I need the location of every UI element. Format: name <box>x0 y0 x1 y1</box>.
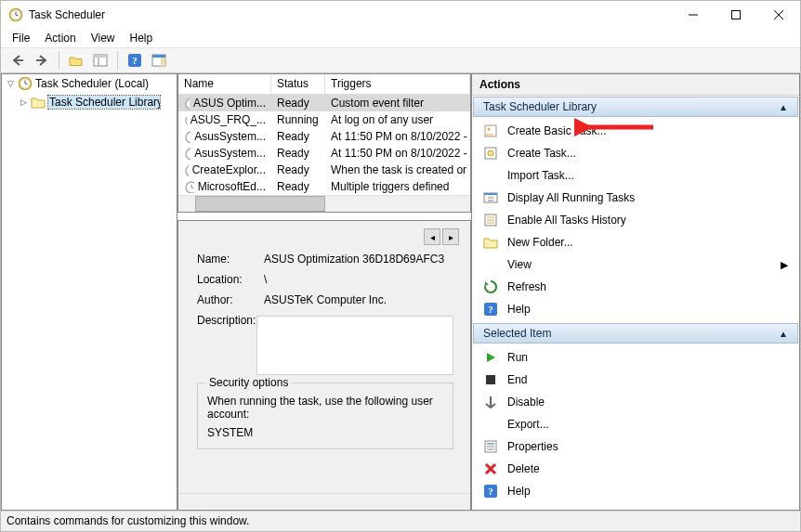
action-label: End <box>507 373 527 386</box>
tree-library[interactable]: ▷ Task Scheduler Library <box>2 93 177 111</box>
close-button[interactable] <box>757 1 800 29</box>
column-name[interactable]: Name <box>178 74 271 95</box>
svg-rect-32 <box>732 11 741 19</box>
minimize-button[interactable] <box>672 1 715 29</box>
tree-root[interactable]: ▽ Task Scheduler (Local) <box>2 74 177 93</box>
table-row[interactable]: AsusSystem...ReadyAt 11:50 PM on 8/10/20… <box>178 145 470 162</box>
delete-icon <box>483 461 498 476</box>
name-value: ASUS Optimization 36D18D69AFC3 <box>264 253 453 266</box>
action-label: Delete <box>507 462 540 475</box>
action-label: Enable All Tasks History <box>507 214 626 227</box>
location-value: \ <box>264 273 453 286</box>
expander-icon[interactable]: ▽ <box>6 79 16 88</box>
actions-section-selected[interactable]: Selected Item ▲ <box>473 323 798 344</box>
action-refresh[interactable]: Refresh <box>472 276 799 298</box>
action-item-run[interactable]: Run <box>472 346 799 369</box>
action-label: New Folder... <box>507 236 573 249</box>
column-triggers[interactable]: Triggers <box>325 74 470 95</box>
tree-library-label: Task Scheduler Library <box>48 96 160 109</box>
folder-up-button[interactable] <box>65 50 87 71</box>
action-item-end[interactable]: End <box>472 369 799 391</box>
author-label: Author: <box>197 293 264 306</box>
chevron-right-icon: ▶ <box>781 259 788 271</box>
action-label: Display All Running Tasks <box>507 191 635 204</box>
action-label: Properties <box>507 440 558 453</box>
collapse-icon: ▲ <box>779 329 788 339</box>
menu-help[interactable]: Help <box>123 30 161 46</box>
wizard-icon <box>483 123 498 138</box>
action-label: Create Basic Task... <box>507 124 607 137</box>
action-create-basic-task[interactable]: Create Basic Task... <box>472 120 799 142</box>
forward-button[interactable] <box>31 50 53 71</box>
action-item-export[interactable]: Export... <box>472 413 799 435</box>
actions-section-library[interactable]: Task Scheduler Library ▲ <box>473 97 798 117</box>
action-create-task[interactable]: Create Task... <box>472 142 799 164</box>
tab-prev-button[interactable]: ◂ <box>424 228 440 245</box>
collapse-icon: ▲ <box>779 102 788 112</box>
history-icon <box>483 213 498 227</box>
menu-bar: File Action View Help <box>1 29 800 47</box>
run-icon <box>483 350 498 365</box>
action-enable-all-tasks-history[interactable]: Enable All Tasks History <box>472 209 799 231</box>
action-label: Help <box>507 303 531 316</box>
action-view[interactable]: View▶ <box>472 253 799 276</box>
location-label: Location: <box>197 273 264 286</box>
help-toolbar-button[interactable] <box>124 50 146 71</box>
action-display-all-running-tasks[interactable]: Display All Running Tasks <box>472 187 799 209</box>
action-item-disable[interactable]: Disable <box>472 391 799 413</box>
security-legend: Security options <box>205 376 292 389</box>
security-text: When running the task, use the following… <box>207 395 443 421</box>
menu-file[interactable]: File <box>5 30 37 46</box>
task-list[interactable]: Name Status Triggers ASUS Optim...ReadyC… <box>177 73 471 213</box>
end-icon <box>483 372 498 387</box>
actions-header: Actions <box>472 74 799 96</box>
action-item-delete[interactable]: Delete <box>472 458 799 480</box>
title-bar: Task Scheduler <box>1 1 800 29</box>
pane-layout-button[interactable] <box>89 50 112 71</box>
actions-panel: Actions Task Scheduler Library ▲ Create … <box>471 73 800 511</box>
table-row[interactable]: ASUS Optim...ReadyCustom event filter <box>178 95 470 111</box>
action-help[interactable]: Help <box>472 298 799 320</box>
expander-icon[interactable]: ▷ <box>19 97 29 107</box>
clock-icon <box>18 76 33 91</box>
window-title: Task Scheduler <box>29 8 105 21</box>
table-row[interactable]: AsusSystem...ReadyAt 11:50 PM on 8/10/20… <box>178 128 470 145</box>
table-row[interactable]: ASUS_FRQ_...RunningAt log on of any user <box>178 111 470 128</box>
name-label: Name: <box>197 253 264 266</box>
task-list-scrollbar[interactable] <box>178 195 470 212</box>
description-box[interactable] <box>256 316 453 375</box>
detail-scrollbar[interactable] <box>178 493 470 510</box>
actions-section-library-label: Task Scheduler Library <box>483 100 597 113</box>
action-label: Disable <box>507 396 545 409</box>
back-button[interactable] <box>7 50 29 71</box>
column-status[interactable]: Status <box>271 74 325 95</box>
disable-icon <box>483 395 498 409</box>
action-item-properties[interactable]: Properties <box>472 435 799 458</box>
folder-icon <box>31 95 46 110</box>
action-label: Refresh <box>507 280 546 293</box>
action-item-help[interactable]: Help <box>472 480 799 502</box>
table-row[interactable]: MicrosoftEd...ReadyMultiple triggers def… <box>178 178 470 195</box>
author-value: ASUSTeK Computer Inc. <box>264 293 453 306</box>
help-icon <box>483 302 498 317</box>
action-label: Help <box>507 485 531 498</box>
action-label: View <box>507 258 532 271</box>
description-label: Description: <box>197 314 256 327</box>
action-new-folder[interactable]: New Folder... <box>472 231 799 253</box>
running-icon <box>483 190 498 205</box>
action-import-task[interactable]: Import Task... <box>472 164 799 187</box>
tree-panel[interactable]: ▽ Task Scheduler (Local) ▷ Task Schedule… <box>1 73 177 511</box>
table-row[interactable]: CreateExplor...ReadyWhen the task is cre… <box>178 162 470 178</box>
maximize-button[interactable] <box>715 1 757 29</box>
status-bar: Contains commands for customizing this w… <box>1 511 800 531</box>
tree-root-label: Task Scheduler (Local) <box>35 77 149 90</box>
tab-next-button[interactable]: ▸ <box>442 228 459 245</box>
menu-view[interactable]: View <box>84 30 123 46</box>
menu-action[interactable]: Action <box>37 30 83 46</box>
app-icon <box>8 7 23 22</box>
action-label: Create Task... <box>507 147 576 160</box>
security-options-group: Security options When running the task, … <box>197 383 453 449</box>
pane-toggle-button[interactable] <box>148 50 170 71</box>
security-account: SYSTEM <box>207 426 443 439</box>
actions-section-selected-label: Selected Item <box>483 327 551 340</box>
